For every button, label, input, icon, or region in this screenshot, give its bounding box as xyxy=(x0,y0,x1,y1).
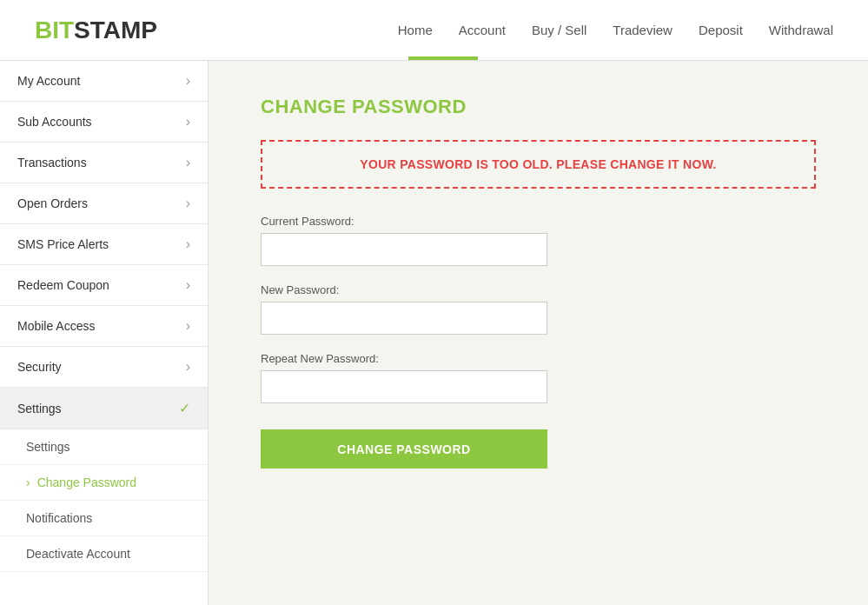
logo-stamp: STAMP xyxy=(74,17,157,43)
sidebar-item-mobile-access[interactable]: Mobile Access › xyxy=(0,306,208,347)
sidebar-item-security[interactable]: Security › xyxy=(0,347,208,388)
header: BITSTAMP Home Account Buy / Sell Tradevi… xyxy=(0,0,868,61)
nav-underline xyxy=(408,57,478,60)
current-password-input[interactable] xyxy=(261,233,547,266)
nav-buy-sell[interactable]: Buy / Sell xyxy=(532,23,586,37)
chevron-icon-open-orders: › xyxy=(186,196,190,211)
sidebar-label-settings: Settings xyxy=(17,402,62,416)
chevron-icon-sub-accounts: › xyxy=(186,114,190,130)
repeat-password-label: Repeat New Password: xyxy=(261,352,816,365)
layout: My Account › Sub Accounts › Transactions… xyxy=(0,61,868,605)
nav-account[interactable]: Account xyxy=(459,23,506,37)
new-password-input[interactable] xyxy=(261,302,547,335)
change-password-button[interactable]: CHANGE PASSWORD xyxy=(261,429,547,469)
submenu-item-change-password[interactable]: › Change Password xyxy=(0,465,208,501)
sidebar-item-settings[interactable]: Settings ✓ xyxy=(0,388,208,429)
chevron-icon-security: › xyxy=(186,359,190,375)
new-password-label: New Password: xyxy=(261,283,816,296)
logo: BITSTAMP xyxy=(35,17,157,44)
chevron-icon-sms-price-alerts: › xyxy=(186,236,190,252)
current-password-group: Current Password: xyxy=(261,215,816,266)
sidebar-label-mobile-access: Mobile Access xyxy=(17,319,95,333)
chevron-icon-my-account: › xyxy=(186,73,190,89)
sidebar-label-sms-price-alerts: SMS Price Alerts xyxy=(17,237,109,251)
submenu-item-deactivate-account[interactable]: Deactivate Account xyxy=(0,536,208,572)
chevron-icon-transactions: › xyxy=(186,155,190,170)
chevron-icon-redeem-coupon: › xyxy=(186,277,190,293)
sidebar-label-my-account: My Account xyxy=(17,74,80,88)
logo-bit: BIT xyxy=(35,17,74,43)
sidebar-item-transactions[interactable]: Transactions › xyxy=(0,143,208,183)
sub-chevron-icon: › xyxy=(26,475,30,489)
submenu-label-deactivate-account: Deactivate Account xyxy=(26,547,130,561)
repeat-password-group: Repeat New Password: xyxy=(261,352,816,403)
submenu-label-change-password: Change Password xyxy=(37,475,136,489)
nav-deposit[interactable]: Deposit xyxy=(699,23,743,37)
sidebar-label-transactions: Transactions xyxy=(17,156,87,170)
chevron-icon-settings: ✓ xyxy=(179,400,190,416)
sidebar-item-open-orders[interactable]: Open Orders › xyxy=(0,183,208,224)
repeat-password-input[interactable] xyxy=(261,370,547,403)
sidebar-label-open-orders: Open Orders xyxy=(17,196,88,210)
sidebar-label-sub-accounts: Sub Accounts xyxy=(17,115,92,129)
sidebar: My Account › Sub Accounts › Transactions… xyxy=(0,61,209,605)
submenu-label-notifications: Notifications xyxy=(26,511,92,525)
submenu-label-settings: Settings xyxy=(26,440,70,454)
chevron-icon-mobile-access: › xyxy=(186,318,190,334)
sidebar-item-sub-accounts[interactable]: Sub Accounts › xyxy=(0,102,208,143)
sidebar-label-security: Security xyxy=(17,360,62,374)
submenu-item-settings[interactable]: Settings xyxy=(0,429,208,465)
current-password-label: Current Password: xyxy=(261,215,816,228)
nav-tradeview[interactable]: Tradeview xyxy=(613,23,673,37)
sidebar-item-my-account[interactable]: My Account › xyxy=(0,61,208,102)
warning-box: YOUR PASSWORD IS TOO OLD. PLEASE CHANGE … xyxy=(261,140,816,189)
nav-home[interactable]: Home xyxy=(398,23,433,37)
page-title: CHANGE PASSWORD xyxy=(261,96,816,118)
submenu-item-notifications[interactable]: Notifications xyxy=(0,501,208,536)
warning-text: YOUR PASSWORD IS TOO OLD. PLEASE CHANGE … xyxy=(360,157,716,171)
sidebar-item-sms-price-alerts[interactable]: SMS Price Alerts › xyxy=(0,224,208,265)
sidebar-label-redeem-coupon: Redeem Coupon xyxy=(17,278,109,292)
main-nav: Home Account Buy / Sell Tradeview Deposi… xyxy=(398,23,833,37)
main-content: CHANGE PASSWORD YOUR PASSWORD IS TOO OLD… xyxy=(209,61,868,605)
settings-submenu: Settings › Change Password Notifications… xyxy=(0,429,208,572)
sidebar-item-redeem-coupon[interactable]: Redeem Coupon › xyxy=(0,265,208,306)
nav-withdrawal[interactable]: Withdrawal xyxy=(769,23,833,37)
new-password-group: New Password: xyxy=(261,283,816,335)
